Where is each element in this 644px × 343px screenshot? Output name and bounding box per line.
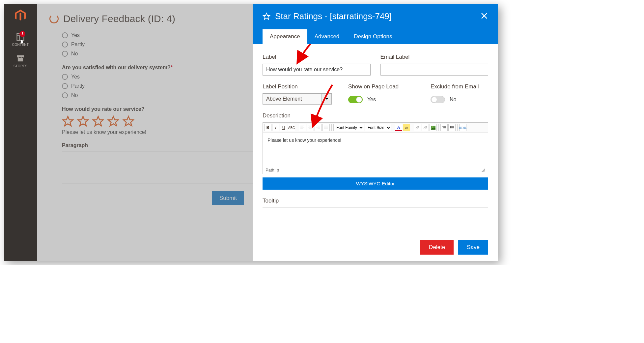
image-button[interactable] [430, 124, 437, 131]
editor-content[interactable]: Please let us know your experience! [263, 133, 488, 166]
tooltip-section: Tooltip [263, 198, 488, 208]
notification-bell-icon[interactable] [19, 40, 24, 46]
email-label-input[interactable] [380, 64, 489, 76]
magento-logo [14, 9, 27, 32]
sidebar-item-label: STORES [14, 64, 28, 68]
star-icon[interactable] [123, 115, 134, 127]
font-size-select[interactable]: Font Size [365, 124, 391, 131]
panel-tabs: Appearance Advanced Design Options [263, 29, 488, 44]
tab-appearance[interactable]: Appearance [263, 29, 307, 44]
save-button[interactable]: Save [458, 240, 488, 255]
italic-button[interactable]: I [272, 124, 279, 131]
sidebar-item-stores[interactable]: STORES [14, 54, 28, 68]
star-icon[interactable] [107, 115, 119, 127]
align-left-button[interactable] [299, 124, 306, 131]
tab-advanced[interactable]: Advanced [307, 29, 347, 44]
description-editor: B I U ABC Font Family Font Size A [263, 122, 488, 174]
svg-point-8 [450, 129, 451, 129]
show-on-load-toggle[interactable] [348, 96, 363, 103]
svg-point-7 [450, 127, 451, 128]
bold-button[interactable]: B [264, 124, 271, 131]
delete-button[interactable]: Delete [420, 240, 454, 255]
svg-text:1: 1 [442, 126, 443, 127]
align-right-button[interactable] [315, 124, 322, 131]
editor-path: Path: p [266, 168, 279, 172]
exclude-email-label: Exclude from Email [431, 83, 488, 90]
chevron-down-icon [322, 93, 332, 105]
element-settings-panel: Star Ratings - [starratings-749] Appeara… [253, 4, 498, 261]
paragraph-textarea[interactable] [62, 151, 255, 183]
font-family-select[interactable]: Font Family [333, 124, 364, 131]
editor-toolbar: B I U ABC Font Family Font Size A [263, 123, 488, 133]
underline-button[interactable]: U [280, 124, 287, 131]
svg-point-4 [432, 127, 433, 128]
spinner-icon [49, 14, 59, 23]
star-icon[interactable] [62, 115, 74, 127]
star-icon[interactable] [92, 115, 104, 127]
show-on-load-label: Show on Page Load [348, 83, 421, 90]
align-justify-button[interactable] [322, 124, 330, 131]
resize-handle[interactable] [481, 168, 485, 172]
text-color-button[interactable]: A [395, 124, 402, 131]
exclude-email-toggle[interactable] [431, 96, 445, 103]
panel-footer: Delete Save [253, 234, 498, 261]
email-label-field-label: Email Label [380, 54, 489, 60]
highlight-button[interactable]: ab [403, 124, 410, 131]
star-icon[interactable] [77, 115, 89, 127]
unordered-list-button[interactable] [448, 124, 456, 131]
unlink-button[interactable] [422, 124, 429, 131]
html-button[interactable]: HTML [459, 124, 466, 131]
label-field-label: Label [263, 54, 371, 60]
close-icon [480, 12, 488, 20]
page-title: Delivery Feedback (ID: 4) [63, 13, 175, 24]
label-position-label: Label Position [263, 83, 338, 90]
align-center-button[interactable] [307, 124, 314, 131]
panel-body: Label Email Label Label Position Above E… [253, 44, 498, 234]
svg-point-6 [450, 126, 451, 127]
close-button[interactable] [480, 12, 488, 21]
sidebar-item-content[interactable]: CONTENT 3 [12, 32, 29, 47]
label-input[interactable] [263, 64, 371, 76]
submit-button[interactable]: Submit [212, 191, 244, 205]
panel-title: Star Ratings - [starratings-749] [275, 11, 392, 21]
admin-sidebar: CONTENT 3 STORES [4, 4, 37, 261]
tab-design-options[interactable]: Design Options [347, 29, 399, 44]
stores-icon [16, 54, 25, 63]
ordered-list-button[interactable]: 1 [440, 124, 448, 131]
label-position-select[interactable]: Above Element [263, 93, 332, 105]
description-label: Description [263, 112, 488, 119]
panel-header: Star Ratings - [starratings-749] Appeara… [253, 4, 498, 44]
wysiwyg-button[interactable]: WYSIWYG Editor [263, 177, 488, 190]
link-button[interactable] [414, 124, 421, 131]
strike-button[interactable]: ABC [288, 124, 295, 131]
star-icon [263, 13, 270, 20]
